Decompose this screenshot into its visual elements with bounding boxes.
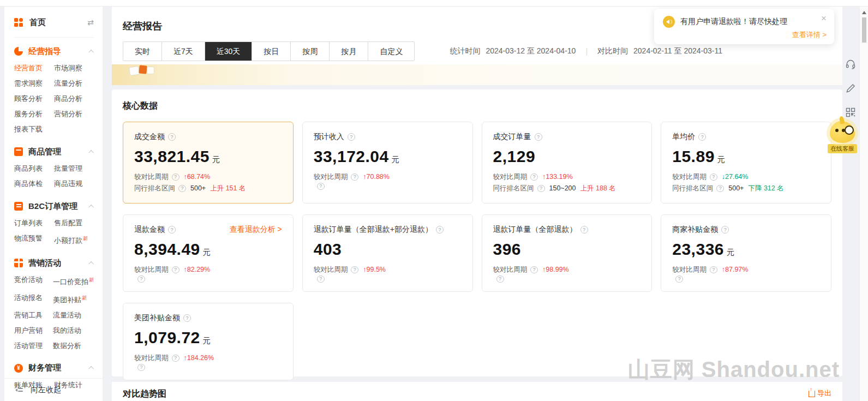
help-icon[interactable]: ? [317, 276, 325, 283]
help-icon[interactable]: ? [530, 173, 538, 181]
help-icon[interactable]: ? [710, 173, 717, 181]
tab-近7天[interactable]: 近7天 [162, 42, 205, 61]
sidebar-section: 商品管理 商品列表批量管理商品体检商品违规 [14, 143, 94, 193]
help-icon[interactable]: ? [172, 266, 179, 273]
help-icon[interactable]: ? [168, 226, 176, 234]
tab-自定义[interactable]: 自定义 [368, 42, 414, 61]
tab-实时[interactable]: 实时 [123, 42, 162, 61]
sidebar-item[interactable]: 售后配置 [54, 216, 94, 231]
sidebar-collapse[interactable]: 向左收起 [4, 378, 103, 401]
sidebar-item[interactable]: 用户营销 [14, 323, 53, 338]
sidebar-section-header[interactable]: 营销活动 [14, 255, 94, 271]
help-icon[interactable]: ? [351, 266, 358, 273]
help-icon[interactable]: ? [317, 183, 325, 190]
core-data-title: 核心数据 [123, 100, 831, 112]
metric-card: 退款订单量（全部退款+部分退款） ? 403 较对比周期 ? ↑99.5% ? [302, 214, 473, 292]
metric-card: 退款订单量（全部退款） ? 396 较对比周期 ? ↑98.99% ? [482, 214, 653, 292]
page-scrollbar[interactable] [859, 7, 868, 401]
help-icon[interactable]: ? [537, 185, 545, 192]
sidebar-section-header[interactable]: 商品管理 [14, 143, 94, 160]
help-icon[interactable]: ? [183, 314, 191, 322]
help-icon[interactable]: ? [716, 185, 724, 192]
sidebar-item[interactable]: 营销工具 [14, 308, 53, 323]
scroll-up-icon[interactable] [862, 11, 866, 14]
rank-change: 上升 188 名 [580, 183, 616, 194]
section-label: 经营指导 [28, 46, 85, 57]
help-icon[interactable]: ? [137, 276, 145, 283]
order-doc-icon [14, 202, 23, 211]
help-icon[interactable]: ? [178, 185, 186, 192]
help-icon[interactable]: ? [496, 276, 504, 283]
sidebar-item[interactable]: 报表下载 [14, 122, 54, 137]
help-icon[interactable]: ? [348, 133, 355, 141]
sidebar-item[interactable]: 一口价竞拍新 [53, 272, 94, 290]
metric-label: 成交金额 [134, 132, 165, 142]
sidebar-item[interactable]: 需求洞察 [14, 76, 54, 91]
sidebar-item[interactable]: 营销分析 [54, 106, 94, 122]
promo-banner-clipped[interactable] [112, 64, 842, 85]
help-icon[interactable]: ? [137, 364, 145, 371]
metric-label: 预计收入 [314, 132, 344, 142]
sidebar-item[interactable]: 商品违规 [54, 176, 94, 191]
tab-按周[interactable]: 按周 [291, 42, 330, 61]
sidebar-item[interactable]: 数据分析 [53, 338, 94, 354]
sidebar-item[interactable]: 服务分析 [14, 106, 54, 122]
sidebar-section-header[interactable]: 经营指导 [14, 43, 94, 59]
sidebar-item[interactable]: 市场洞察 [54, 61, 94, 76]
metric-cards-grid: 成交金额 ? 33,821.45 元 较对比周期 ? ↑68.74% 同行排名区… [123, 122, 831, 380]
sidebar-item[interactable]: 活动管理 [14, 338, 53, 354]
help-icon[interactable]: ? [535, 133, 542, 141]
swap-icon[interactable]: ⇄ [87, 18, 94, 27]
pencil-icon[interactable] [845, 83, 856, 94]
sidebar-item[interactable]: 流量分析 [54, 76, 94, 91]
help-icon[interactable]: ? [436, 226, 444, 234]
sidebar-item-home[interactable]: 首页 ⇄ [14, 14, 94, 31]
sidebar-item[interactable]: 活动报名 [14, 290, 53, 308]
headset-icon[interactable] [845, 59, 856, 70]
sidebar-item[interactable]: 美团补贴新 [53, 290, 94, 308]
sidebar-item[interactable]: 商品分析 [54, 91, 94, 106]
sidebar-item[interactable]: 顾客分析 [14, 91, 54, 106]
help-icon[interactable]: ? [580, 226, 588, 234]
help-icon[interactable]: ? [698, 133, 706, 141]
sidebar-item[interactable]: 商品体检 [14, 176, 54, 191]
sidebar-item[interactable]: 物流预警 [14, 231, 54, 248]
help-icon[interactable]: ? [710, 266, 717, 273]
new-badge: 新 [82, 295, 87, 301]
metric-value: 403 [314, 240, 342, 259]
help-icon[interactable]: ? [351, 173, 358, 181]
help-icon[interactable]: ? [172, 173, 179, 181]
tab-按月[interactable]: 按月 [330, 42, 368, 61]
sidebar-item[interactable]: 小额打款新 [54, 231, 94, 248]
help-icon[interactable]: ? [721, 226, 729, 234]
sidebar-item[interactable]: 商品列表 [14, 161, 54, 176]
sidebar-item[interactable]: 批量管理 [54, 161, 94, 176]
online-service-mascot[interactable]: 在线客服 [827, 121, 858, 153]
compare-label: 较对比周期 [314, 264, 348, 276]
help-icon[interactable]: ? [675, 276, 683, 283]
sidebar-item[interactable]: 竞价活动 [14, 272, 53, 290]
tab-按日[interactable]: 按日 [252, 42, 291, 61]
metric-unit: 元 [717, 155, 725, 165]
sidebar-item[interactable]: 订单列表 [14, 216, 54, 231]
sidebar-item[interactable]: 流量活动 [53, 308, 94, 323]
tab-近30天[interactable]: 近30天 [205, 42, 253, 61]
help-icon[interactable]: ? [530, 266, 538, 273]
top-strip [0, 0, 868, 7]
sidebar-item[interactable]: 经营首页 [14, 61, 54, 76]
compare-delta: ↑68.74% [184, 171, 211, 183]
qr-code-icon[interactable] [845, 107, 856, 118]
sidebar-section-header[interactable]: 财务管理 [14, 360, 94, 376]
view-details-link[interactable]: 查看详情 > [663, 30, 827, 40]
help-icon[interactable]: ? [172, 355, 179, 362]
sidebar-item[interactable]: 我的活动 [53, 323, 94, 338]
refund-analysis-link[interactable]: 查看退款分析 > [230, 225, 282, 235]
online-service-label: 在线客服 [828, 144, 857, 153]
compare-label: 较对比周期 [493, 171, 528, 183]
scrollbar-thumb[interactable] [862, 17, 866, 43]
sidebar-section-header[interactable]: B2C订单管理 [14, 198, 94, 214]
close-icon[interactable]: × [821, 14, 827, 23]
metric-value: 1,079.72 [134, 328, 200, 347]
export-button[interactable]: 导出 [809, 388, 831, 398]
help-icon[interactable]: ? [168, 133, 176, 141]
